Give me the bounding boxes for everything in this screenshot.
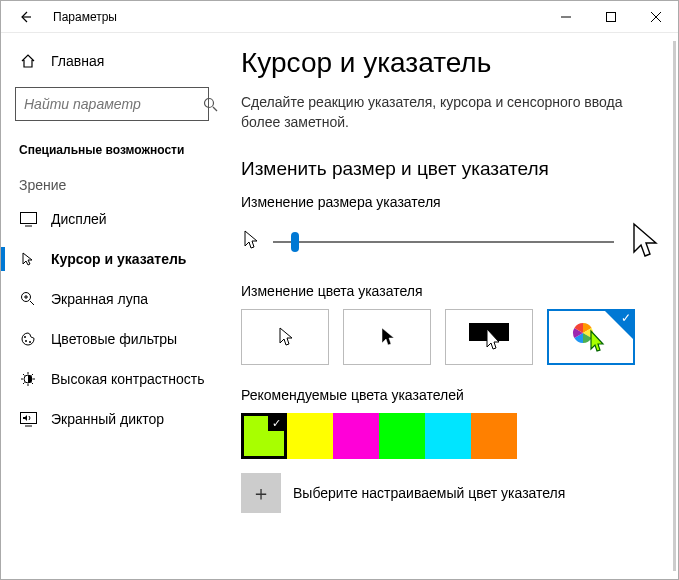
home-icon [19, 52, 37, 70]
small-cursor-icon [241, 228, 259, 255]
swatch-4[interactable] [425, 413, 471, 459]
category-title: Специальные возможности [1, 133, 223, 163]
pointer-color-white[interactable] [241, 309, 329, 365]
search-icon [201, 95, 219, 113]
sidebar-item-label: Курсор и указатель [51, 251, 186, 267]
titlebar: Параметры [1, 1, 678, 33]
section-heading: Изменить размер и цвет указателя [241, 158, 660, 180]
pointer-color-inverted[interactable] [445, 309, 533, 365]
sidebar-item-color-filters[interactable]: Цветовые фильтры [1, 319, 223, 359]
sidebar-item-label: Высокая контрастность [51, 371, 204, 387]
sidebar-item-display[interactable]: Дисплей [1, 199, 223, 239]
sidebar-item-narrator[interactable]: Экранный диктор [1, 399, 223, 439]
sidebar-item-label: Дисплей [51, 211, 107, 227]
sidebar-item-label: Экранная лупа [51, 291, 148, 307]
svg-rect-8 [20, 412, 36, 423]
svg-point-1 [204, 98, 213, 107]
recommended-label: Рекомендуемые цвета указателей [241, 387, 660, 403]
maximize-button[interactable] [588, 1, 633, 33]
svg-point-5 [25, 340, 27, 342]
sidebar-item-high-contrast[interactable]: Высокая контрастность [1, 359, 223, 399]
sidebar: Главная Специальные возможности Зрение Д… [1, 33, 223, 579]
group-title: Зрение [1, 163, 223, 199]
sidebar-item-label: Цветовые фильтры [51, 331, 177, 347]
minimize-button[interactable] [543, 1, 588, 33]
window-title: Параметры [49, 10, 543, 24]
search-input[interactable] [24, 96, 201, 112]
svg-rect-2 [20, 212, 36, 223]
narrator-icon [19, 410, 37, 428]
swatch-3[interactable] [379, 413, 425, 459]
main-content: Курсор и указатель Сделайте реакцию указ… [223, 33, 678, 579]
page-title: Курсор и указатель [241, 47, 660, 79]
cursor-icon [19, 250, 37, 268]
svg-point-4 [24, 336, 26, 338]
search-box[interactable] [15, 87, 209, 121]
slider-thumb[interactable] [291, 232, 299, 252]
back-button[interactable] [1, 1, 49, 33]
scrollbar[interactable] [673, 41, 676, 571]
page-description: Сделайте реакцию указателя, курсора и се… [241, 93, 660, 132]
size-label: Изменение размера указателя [241, 194, 660, 210]
palette-icon [19, 330, 37, 348]
sidebar-item-magnifier[interactable]: Экранная лупа [1, 279, 223, 319]
custom-color-button[interactable]: ＋ [241, 473, 281, 513]
svg-point-6 [29, 341, 31, 343]
swatch-0[interactable] [241, 413, 287, 459]
home-link[interactable]: Главная [1, 41, 223, 81]
swatch-1[interactable] [287, 413, 333, 459]
sidebar-item-label: Экранный диктор [51, 411, 164, 427]
pointer-size-slider[interactable] [273, 232, 614, 252]
swatches-row [241, 413, 660, 459]
magnifier-icon [19, 290, 37, 308]
contrast-icon [19, 370, 37, 388]
sidebar-item-cursor[interactable]: Курсор и указатель [1, 239, 223, 279]
swatch-2[interactable] [333, 413, 379, 459]
home-label: Главная [51, 53, 104, 69]
svg-rect-0 [606, 12, 615, 21]
large-cursor-icon [628, 220, 660, 263]
color-label: Изменение цвета указателя [241, 283, 660, 299]
close-button[interactable] [633, 1, 678, 33]
display-icon [19, 210, 37, 228]
pointer-color-black[interactable] [343, 309, 431, 365]
swatch-5[interactable] [471, 413, 517, 459]
pointer-color-custom[interactable] [547, 309, 635, 365]
custom-color-label: Выберите настраиваемый цвет указателя [293, 485, 565, 501]
